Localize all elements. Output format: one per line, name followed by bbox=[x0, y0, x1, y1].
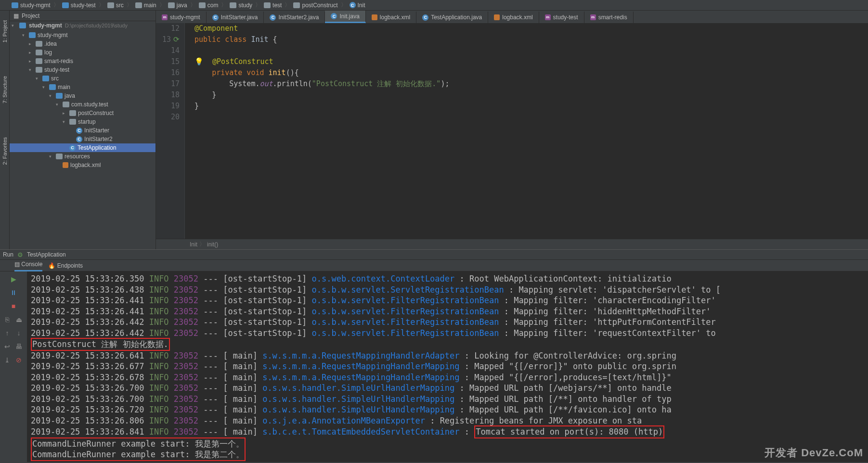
folder-icon bbox=[19, 23, 26, 28]
run-config-icon: ⚙ bbox=[17, 251, 23, 258]
editor-tab[interactable]: CInit.java bbox=[325, 11, 365, 23]
folder-icon bbox=[69, 110, 76, 116]
folder-icon bbox=[107, 2, 114, 8]
tree-item[interactable]: ▾startup bbox=[10, 117, 155, 126]
down-button[interactable]: ↓ bbox=[14, 328, 24, 338]
editor-tab[interactable]: CInitStarter2.java bbox=[264, 12, 325, 23]
code-area[interactable]: 1213⟳14151617181920 @Componentpublic cla… bbox=[156, 23, 868, 239]
maven-icon: m bbox=[590, 14, 596, 20]
maven-icon: m bbox=[162, 14, 168, 20]
wrap-button[interactable]: ↩ bbox=[2, 342, 12, 351]
folder-icon bbox=[36, 41, 42, 47]
folder-icon bbox=[49, 84, 56, 90]
folder-icon bbox=[36, 67, 42, 73]
folder-icon bbox=[12, 2, 18, 8]
console-tab[interactable]: 🔥 Endpoints bbox=[48, 262, 83, 269]
editor-breadcrumb[interactable]: Init 〉 init() bbox=[156, 239, 868, 249]
tree-item[interactable]: ▸postConstruct bbox=[10, 109, 155, 117]
tree-item[interactable]: ▾src bbox=[10, 74, 155, 83]
breadcrumb-item[interactable]: test bbox=[264, 2, 282, 9]
breadcrumb-item[interactable]: main bbox=[135, 2, 156, 9]
editor-tabs: mstudy-mgmtCInitStarter.javaCInitStarter… bbox=[156, 11, 868, 23]
tree-item[interactable]: ▾com.study.test bbox=[10, 100, 155, 109]
crumb-method[interactable]: init() bbox=[207, 241, 218, 248]
crumb-class[interactable]: Init bbox=[190, 241, 197, 248]
breadcrumb-item[interactable]: study-test bbox=[62, 2, 96, 9]
breadcrumb-item[interactable]: src bbox=[107, 2, 124, 9]
run-config-name[interactable]: TestApplication bbox=[27, 251, 66, 258]
tree-item[interactable]: ▾main bbox=[10, 83, 155, 91]
class-icon: C bbox=[270, 14, 276, 21]
editor-tab[interactable]: logback.xml bbox=[488, 12, 539, 23]
editor-tab[interactable]: CTestApplication.java bbox=[416, 12, 488, 23]
project-icon: ▦ bbox=[13, 13, 19, 19]
class-icon: C bbox=[350, 2, 356, 8]
stop-button[interactable]: ■ bbox=[9, 301, 18, 311]
project-header[interactable]: ▦ Project bbox=[10, 11, 155, 21]
breadcrumb-item[interactable]: com bbox=[199, 2, 219, 9]
folder-icon bbox=[42, 76, 49, 81]
pause-button[interactable]: ⏸ bbox=[9, 288, 18, 297]
tree-item[interactable]: ▾study-test bbox=[10, 65, 155, 74]
folder-icon bbox=[29, 32, 36, 38]
class-icon: C bbox=[76, 136, 82, 142]
tree-item[interactable]: ▸log bbox=[10, 48, 155, 57]
console-tab[interactable]: ▤ Console bbox=[14, 260, 42, 271]
print-button[interactable]: 🖶 bbox=[14, 342, 24, 351]
tree-item[interactable]: CInitStarter2 bbox=[10, 135, 155, 143]
maven-icon: m bbox=[545, 14, 551, 20]
xml-icon bbox=[63, 162, 68, 168]
run-panel-header[interactable]: Run ⚙ TestApplication bbox=[0, 249, 868, 260]
project-root-row[interactable]: ▾ study-mgmt D:\project\study2019\study bbox=[10, 21, 155, 30]
tree-item[interactable]: ▸smart-redis bbox=[10, 57, 155, 65]
clear-button[interactable]: ⊘ bbox=[14, 355, 24, 365]
class-icon: C bbox=[422, 14, 428, 21]
tree-item[interactable]: ▾study-mgmt bbox=[10, 31, 155, 39]
folder-icon bbox=[36, 50, 42, 55]
tree-item[interactable]: ▾resources bbox=[10, 152, 155, 161]
folder-icon bbox=[56, 154, 63, 159]
scroll-button[interactable]: ⤓ bbox=[2, 355, 12, 365]
tool-window-tab[interactable]: 7: Structure bbox=[2, 76, 8, 103]
folder-icon bbox=[168, 2, 175, 8]
tool-window-tab[interactable]: 1: Project bbox=[2, 20, 8, 42]
editor-tab[interactable]: msmart-redis bbox=[584, 12, 634, 23]
xml-icon bbox=[494, 14, 500, 20]
project-panel: ▦ Project ▾ study-mgmt D:\project\study2… bbox=[10, 11, 156, 249]
breadcrumb-item[interactable]: java bbox=[168, 2, 187, 9]
project-root-name: study-mgmt bbox=[29, 22, 62, 29]
class-icon: C bbox=[76, 128, 82, 134]
editor-tab[interactable]: mstudy-mgmt bbox=[156, 12, 207, 23]
exit-button[interactable]: ⏏ bbox=[14, 315, 24, 324]
folder-icon bbox=[36, 58, 42, 64]
class-icon: C bbox=[212, 14, 219, 21]
breadcrumb-item[interactable]: postConstruct bbox=[293, 2, 337, 9]
tree-item[interactable]: CInitStarter bbox=[10, 126, 155, 135]
project-tree: ▾study-mgmt▸.idea▸log▸smart-redis▾study-… bbox=[10, 30, 155, 249]
tree-item[interactable]: logback.xml bbox=[10, 161, 155, 169]
breadcrumb-item[interactable]: CInit bbox=[350, 2, 365, 9]
folder-icon bbox=[135, 2, 142, 8]
folder-icon bbox=[230, 2, 236, 8]
editor-tab[interactable]: CInitStarter.java bbox=[207, 12, 264, 23]
editor-area: mstudy-mgmtCInitStarter.javaCInitStarter… bbox=[156, 11, 868, 249]
console-output[interactable]: 2019-02-25 15:33:26.350 INFO 23052 --- [… bbox=[27, 271, 868, 462]
folder-icon bbox=[199, 2, 206, 8]
editor-tab[interactable]: logback.xml bbox=[366, 12, 416, 23]
tree-item[interactable]: ▾java bbox=[10, 91, 155, 100]
run-label: Run bbox=[3, 251, 13, 258]
tree-item[interactable]: CTestApplication bbox=[10, 143, 155, 152]
editor-tab[interactable]: mstudy-test bbox=[539, 12, 584, 23]
dump-button[interactable]: ⎘ bbox=[2, 315, 12, 324]
breadcrumb-item[interactable]: study-mgmt bbox=[12, 2, 51, 9]
up-button[interactable]: ↑ bbox=[2, 328, 12, 338]
console-tabs: ▤ Console🔥 Endpoints bbox=[0, 260, 868, 271]
folder-icon bbox=[56, 93, 63, 99]
breadcrumb-item[interactable]: study bbox=[230, 2, 252, 9]
rerun-button[interactable]: ▶ bbox=[9, 274, 18, 284]
project-root-path: D:\project\study2019\study bbox=[65, 23, 128, 28]
tool-window-tab[interactable]: 2: Favorites bbox=[2, 137, 8, 165]
xml-icon bbox=[372, 14, 377, 20]
watermark: 开发者 DevZe.CoM bbox=[764, 446, 863, 460]
tree-item[interactable]: ▸.idea bbox=[10, 39, 155, 48]
